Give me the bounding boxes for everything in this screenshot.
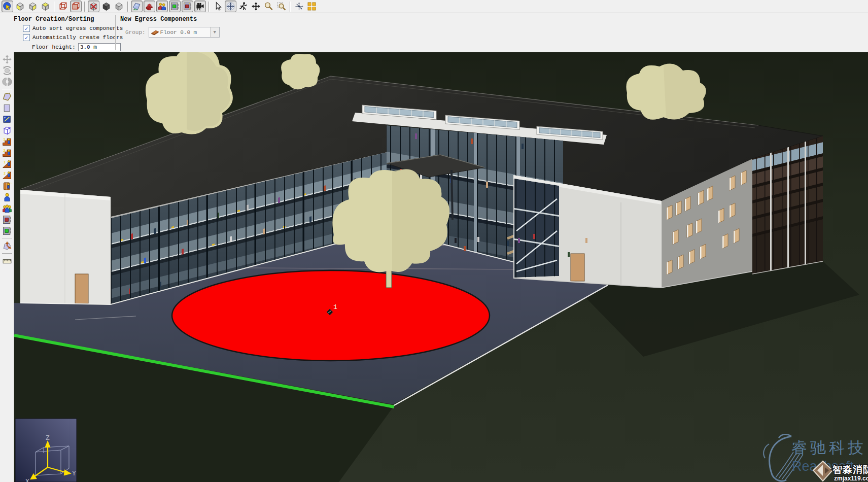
group-label: Group: [125, 29, 146, 36]
zoom-tool-button[interactable] [263, 1, 274, 12]
fit-view-button[interactable] [306, 1, 318, 12]
toolbar-group [87, 1, 125, 12]
show-occupants-button[interactable] [156, 1, 168, 12]
toolbar-group [57, 1, 82, 12]
toolbar-separator [290, 2, 291, 12]
watermark-badge: 智淼消防 zmjax119.com [813, 461, 868, 482]
drawing-tools-sidebar [0, 52, 14, 482]
rectangle-room-tool-button[interactable] [1, 102, 13, 114]
side-door [571, 254, 584, 281]
add-occupant-tool-button[interactable] [1, 192, 13, 203]
assembly-area-circle[interactable] [172, 270, 490, 361]
two-way-stairs-tool-button[interactable] [1, 147, 13, 158]
options-bar: Floor Creation/Sorting ✓ Auto sort egres… [0, 13, 868, 53]
exit-door-tool-button[interactable] [1, 214, 13, 225]
one-way-ramp-tool-button[interactable] [1, 158, 13, 169]
3d-viewport[interactable]: 1 Z X Y [14, 52, 868, 482]
orbit-tool-button[interactable] [225, 1, 236, 12]
sidebar-separator [2, 89, 12, 90]
group-dropdown[interactable]: Floor 0.0 m ▼ [149, 27, 220, 38]
axis-z-label: Z [46, 434, 50, 442]
show-cameras-button[interactable] [194, 1, 206, 12]
hide-geometry-button[interactable] [88, 1, 99, 12]
auto-sort-label: Auto sort egress components [32, 25, 123, 31]
watermark-company: 睿驰科技 [791, 438, 866, 457]
show-obstructions-button[interactable] [144, 1, 155, 12]
main-toolbar [0, 0, 868, 13]
zoom-box-tool-button[interactable] [275, 1, 287, 12]
toolbar-group [1, 1, 52, 12]
badge-url: zmjax119.com [834, 475, 868, 482]
measure-tool-button[interactable] [1, 256, 13, 267]
door-tool-button[interactable] [1, 225, 13, 236]
walk-tool-button[interactable] [237, 1, 249, 12]
one-way-stairs-tool-button[interactable] [1, 136, 13, 147]
auto-create-floors-label: Automatically create floors [32, 35, 123, 41]
box-obstruction-tool-button[interactable] [1, 125, 13, 136]
sidebar-separator [2, 253, 12, 254]
toolbar-separator [127, 2, 128, 12]
thin-wall-tool-button[interactable] [1, 114, 13, 125]
toolbar-group [130, 1, 206, 12]
marker-label: 1 [333, 303, 337, 311]
orbit-view-button[interactable] [1, 76, 13, 87]
floor-creation-panel: Floor Creation/Sorting ✓ Auto sort egres… [14, 16, 123, 51]
light-geometry-button[interactable] [113, 1, 125, 12]
toolbar-group [293, 1, 318, 12]
floor-height-label: Floor height: [32, 44, 76, 50]
sidebar-separator [2, 238, 12, 239]
move-objects-tool-button[interactable] [1, 240, 13, 252]
shade-right-face-button[interactable] [40, 1, 51, 12]
select-tool-button[interactable] [2, 1, 13, 12]
toolbar-separator [84, 2, 85, 12]
wireframe-view-button[interactable] [57, 1, 69, 12]
chevron-down-icon[interactable]: ▼ [210, 27, 219, 37]
exit-door [75, 274, 88, 303]
floor-slab-icon [151, 29, 159, 36]
egress-panel-title: New Egress Components [120, 16, 220, 23]
show-exits-button[interactable] [182, 1, 193, 12]
select-cursor-button[interactable] [212, 1, 224, 12]
rotate-view-button[interactable] [1, 65, 13, 76]
group-dropdown-value: Floor 0.0 m [160, 29, 210, 36]
right-wing-dark-glass [752, 133, 826, 283]
toolbar-separator [54, 2, 55, 12]
auto-create-floors-checkbox[interactable]: ✓ [23, 34, 30, 41]
toolbar-separator [209, 2, 210, 12]
toolbar-group [212, 1, 288, 12]
dark-geometry-button[interactable] [100, 1, 112, 12]
two-way-ramp-tool-button[interactable] [1, 169, 13, 181]
badge-title: 智淼消防 [832, 464, 868, 475]
floor-panel-title: Floor Creation/Sorting [14, 16, 123, 23]
pan-tool-button[interactable] [250, 1, 262, 12]
new-egress-panel: New Egress Components Group: Floor 0.0 m… [120, 16, 220, 38]
auto-sort-checkbox[interactable]: ✓ [23, 25, 30, 32]
panel-divider [115, 15, 116, 50]
axis-y-label: Y [72, 470, 76, 477]
reset-view-button[interactable] [293, 1, 305, 12]
solid-wireframe-view-button[interactable] [70, 1, 82, 12]
show-doors-button[interactable] [169, 1, 181, 12]
floor-height-input[interactable] [78, 43, 121, 51]
shade-front-face-button[interactable] [27, 1, 39, 12]
left-end-wall [20, 190, 111, 304]
pan-view-button[interactable] [1, 54, 13, 65]
add-group-tool-button[interactable] [1, 203, 13, 214]
axis-gizmo: Z X Y [15, 419, 77, 482]
stair-tower-glass [514, 179, 560, 278]
show-glass-button[interactable] [131, 1, 143, 12]
elevator-tool-button[interactable] [1, 181, 13, 192]
polygon-room-tool-button[interactable] [1, 91, 13, 102]
axis-x-label: X [25, 478, 29, 482]
shade-left-face-button[interactable] [14, 1, 26, 12]
